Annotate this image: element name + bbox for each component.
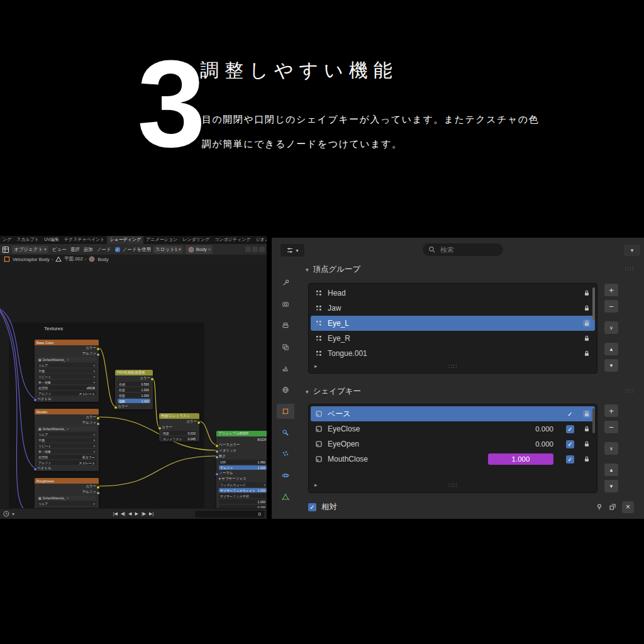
shape-key-row[interactable]: ベース✓: [311, 406, 595, 421]
node-socket[interactable]: [215, 455, 219, 459]
node-socket[interactable]: [215, 450, 219, 453]
remove-button[interactable]: −: [604, 299, 619, 313]
close-icon[interactable]: ×: [622, 501, 634, 513]
node-sel-row[interactable]: リニア▾: [35, 501, 99, 506]
breadcrumb-item[interactable]: Velociraptor Body: [13, 257, 50, 262]
lock-icon[interactable]: [583, 410, 591, 418]
node-socket[interactable]: [96, 486, 100, 489]
workspace-tab[interactable]: ング: [0, 236, 14, 244]
workspace-tab[interactable]: UV編集: [42, 236, 62, 244]
playback-button[interactable]: |▶: [142, 509, 146, 518]
search-input[interactable]: [439, 245, 497, 254]
shape-key-value[interactable]: 0.000: [497, 425, 553, 433]
panel-options-button[interactable]: ▾: [624, 245, 640, 256]
mode-dropdown[interactable]: オブジェクト▾: [12, 246, 48, 253]
resize-grip-icon[interactable]: ∷∷: [448, 482, 458, 489]
node-sel-row[interactable]: リニア▾: [35, 431, 99, 437]
mute-checkbox[interactable]: ✓: [566, 455, 574, 464]
node-kv-row[interactable]: アルファストレート: [35, 391, 99, 396]
node-fac-row[interactable]: サブサーフェスウェイト1.000: [216, 487, 267, 493]
node-fac-row[interactable]: 係数1.000: [115, 398, 153, 404]
node-roughness[interactable]: Roughnessカラーアルファ▦DefaultMaterial_×リニア▾平面…: [35, 478, 99, 509]
properties-tab-data[interactable]: [277, 489, 294, 504]
shape-key-value[interactable]: 1.000: [488, 453, 553, 465]
node-header[interactable]: HSV色相彩度適用: [115, 370, 153, 375]
expand-arrow-icon[interactable]: ▸: [314, 482, 318, 488]
node-socket[interactable]: [197, 421, 201, 425]
workspace-tab[interactable]: テクスチャペイント: [62, 236, 107, 244]
lock-icon[interactable]: [583, 304, 591, 312]
node-sel-row[interactable]: リピート▾: [35, 443, 99, 448]
node-sel-row[interactable]: リピート▾: [35, 374, 99, 379]
node-socket[interactable]: [96, 491, 100, 495]
playback-button[interactable]: ◀: [128, 509, 131, 518]
playback-button[interactable]: |◀: [113, 509, 118, 518]
shape-key-row[interactable]: EyeOpen0.000✓: [311, 436, 595, 452]
menu-item[interactable]: 選択: [69, 247, 81, 253]
node-val-row[interactable]: コントラスト0.045: [159, 436, 199, 441]
header-option-icon[interactable]: [259, 247, 265, 252]
specials-menu-button[interactable]: ∨: [604, 321, 619, 335]
properties-tab-modifier[interactable]: [277, 425, 294, 440]
node-header[interactable]: Base Color: [35, 340, 99, 345]
vertex-group-row[interactable]: Head: [311, 286, 595, 301]
node-fac-row[interactable]: アルファ1.000: [216, 465, 267, 470]
expand-arrow-icon[interactable]: ▸: [314, 363, 318, 369]
lock-icon[interactable]: [583, 350, 591, 357]
editor-type-button[interactable]: ▾: [280, 244, 304, 257]
node-socket[interactable]: [158, 426, 162, 430]
node-kv-row[interactable]: 色空間sRGB: [35, 385, 99, 391]
slot-dropdown[interactable]: スロット1▾: [153, 246, 183, 253]
node-sel-row[interactable]: 平面▾: [35, 437, 99, 443]
properties-tab-world[interactable]: [277, 382, 294, 397]
header-option-icon[interactable]: [252, 247, 258, 252]
node-socket[interactable]: [33, 467, 37, 471]
node-val-row[interactable]: 彩度1.000: [115, 387, 153, 392]
workspace-tab[interactable]: レンダリング: [180, 236, 212, 244]
node-val-row[interactable]: IOR1.450: [216, 459, 267, 465]
shape-key-row[interactable]: MouthClose1.000✓: [311, 452, 595, 467]
node-socket[interactable]: [96, 422, 100, 426]
add-button[interactable]: +: [604, 283, 619, 297]
menu-item[interactable]: ビュー: [51, 247, 68, 253]
breadcrumb-item[interactable]: 平面.002: [64, 256, 83, 262]
remove-button[interactable]: −: [604, 420, 619, 434]
node-metalic[interactable]: Metalicカラーアルファ▦DefaultMaterial_×リニア▾平面▾リ…: [35, 409, 99, 471]
playback-button[interactable]: ▶: [135, 509, 138, 518]
editor-type-icon[interactable]: [2, 246, 9, 253]
use-nodes-checkbox[interactable]: ✓: [115, 247, 120, 252]
lock-icon[interactable]: [583, 425, 591, 433]
breadcrumb-item[interactable]: Body: [97, 257, 108, 262]
menu-item[interactable]: 追加: [82, 247, 94, 253]
material-selector[interactable]: Body ×: [186, 245, 213, 254]
properties-tab-object[interactable]: [277, 404, 294, 419]
move-up-button[interactable]: ▲: [604, 463, 619, 477]
playback-button[interactable]: ▶|: [149, 509, 153, 518]
node-socket[interactable]: [114, 406, 118, 409]
lock-icon[interactable]: [583, 440, 591, 448]
panel-grip-icon[interactable]: ∷∷: [625, 387, 634, 394]
properties-tab-particles[interactable]: [277, 447, 294, 462]
vertex-group-row[interactable]: Tongue.001: [311, 346, 595, 361]
relative-checkbox[interactable]: ✓: [308, 503, 316, 511]
node-hsv[interactable]: HSV色相彩度適用カラー色相0.500彩度1.000明度1.000係数1.000…: [115, 370, 153, 409]
specials-menu-button[interactable]: ∨: [604, 441, 619, 455]
node-sel-row[interactable]: リニア▾: [35, 362, 99, 368]
vertex-group-row[interactable]: Eye_L: [311, 316, 595, 331]
node-header[interactable]: Metalic: [35, 409, 99, 414]
node-header[interactable]: プリンシプルBSDF: [216, 431, 267, 436]
frame-number-field[interactable]: 0: [195, 511, 264, 518]
header-option-icon[interactable]: [245, 247, 251, 252]
mute-checkbox[interactable]: ✓: [566, 440, 574, 448]
node-socket[interactable]: [33, 398, 37, 402]
move-down-button[interactable]: ▼: [604, 479, 619, 493]
playback-button[interactable]: ◀|: [121, 509, 125, 518]
node-kv-row[interactable]: 色空間非カラー: [35, 454, 99, 460]
scrollbar[interactable]: [592, 408, 595, 433]
properties-tab-physics[interactable]: [277, 468, 294, 483]
node-principled-bsdf[interactable]: プリンシプルBSDFBSDFベースカラーメタリック粗さIOR1.450アルファ1…: [216, 431, 267, 509]
node-img-row[interactable]: ▦DefaultMaterial_×: [35, 495, 99, 501]
node-sel-row[interactable]: 平面▾: [35, 368, 99, 374]
node-header[interactable]: Roughness: [35, 478, 99, 484]
shape-key-value[interactable]: 0.000: [497, 440, 553, 448]
